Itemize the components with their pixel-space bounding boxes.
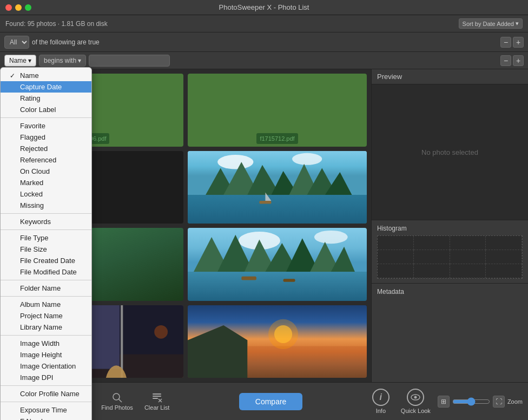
filter-row-plus-btn[interactable]: + [513,55,524,66]
dropdown-item-rating[interactable]: Rating [1,93,91,104]
dropdown-item-marked[interactable]: Marked [1,177,91,188]
dropdown-item-favorite[interactable]: Favorite [1,120,91,132]
close-button[interactable] [5,4,12,11]
dropdown-item-file-size[interactable]: File Size [1,244,91,255]
find-photos-icon [111,392,123,403]
dropdown-item-rejected[interactable]: Rejected [1,143,91,154]
zoom-expand-button[interactable]: ⊞ [438,396,450,408]
filter-name-button[interactable]: Name ▾ [4,55,36,67]
dropdown-item-image-height[interactable]: Image Height [1,349,91,360]
filter-dropdown-menu: ✓ Name Capture Date Rating Color Label F… [0,67,92,420]
dropdown-item-library-name[interactable]: Library Name [1,321,91,333]
separator-5 [1,296,91,297]
dropdown-item-color-profile-name[interactable]: Color Profile Name [1,388,91,399]
photo-card-6[interactable]: f0613320.jpgJul 31, 2018 1679×1118 303 K… [188,228,367,301]
dropdown-item-image-dpi[interactable]: Image DPI [1,372,91,383]
separator-3 [1,229,91,230]
dropdown-item-missing[interactable]: Missing [1,200,91,211]
histogram-cell-1 [378,236,414,250]
separator-6 [1,335,91,336]
histogram-cell-12 [486,264,522,278]
maximize-button[interactable] [25,4,31,11]
dropdown-item-project-name[interactable]: Project Name [1,310,91,321]
separator-7 [1,385,91,386]
svg-rect-24 [241,277,256,280]
topbar: Found: 95 photos · 1.81 GB on disk Sort … [0,15,528,32]
dropdown-item-f-number[interactable]: F Number [1,416,91,420]
dropdown-item-folder-name[interactable]: Folder Name [1,283,91,294]
clear-list-button[interactable]: Clear List [140,389,174,414]
titlebar: PhotoSweeper X - Photo List [0,0,528,15]
filter-minus-btn[interactable]: − [500,37,511,48]
svg-point-53 [414,396,417,399]
info-button[interactable]: i Info [368,386,394,417]
svg-rect-47 [153,393,161,395]
histogram-section: Histogram [372,220,528,283]
dropdown-item-on-cloud[interactable]: On Cloud [1,166,91,177]
svg-rect-36 [247,346,367,378]
eye-icon [407,389,424,406]
quick-look-button[interactable]: Quick Look [397,386,435,417]
preview-header: Preview [372,69,528,84]
photo-thumb-4 [188,151,367,224]
zoom-fullscreen-button[interactable]: ⛶ [493,396,505,408]
filter-row: Name ▾ ✓ Name Capture Date Rating Color … [0,52,528,69]
filter-condition-button[interactable]: begins with ▾ [39,55,86,67]
histogram-cell-2 [414,236,450,250]
histogram-cell-7 [450,250,486,264]
window-title: PhotoSweeper X - Photo List [219,3,309,11]
found-count: Found: 95 photos · 1.81 GB on disk [5,20,108,28]
photo-card-4[interactable] [188,151,367,224]
dropdown-item-color-label[interactable]: Color Label [1,104,91,115]
dropdown-item-file-type[interactable]: File Type [1,232,91,244]
dropdown-item-image-orientation[interactable]: Image Orientation [1,360,91,372]
dropdown-item-locked[interactable]: Locked [1,188,91,200]
dropdown-item-flagged[interactable]: Flagged [1,132,91,143]
dropdown-item-image-width[interactable]: Image Width [1,338,91,349]
dropdown-item-referenced[interactable]: Referenced [1,154,91,166]
dropdown-item-file-created-date[interactable]: File Created Date [1,255,91,266]
dropdown-item-album-name[interactable]: Album Name [1,299,91,310]
filter-value-input[interactable] [89,55,170,67]
zoom-slider[interactable] [452,397,490,406]
separator-2 [1,213,91,214]
filter-add-remove: − + [500,37,524,48]
histogram-cell-11 [450,264,486,278]
histogram-cell-10 [414,264,450,278]
histogram-grid [377,235,523,279]
filter-plus-btn[interactable]: + [513,37,524,48]
zoom-controls: ⊞ ⛶ Zoom [438,396,523,408]
minimize-button[interactable] [15,4,22,11]
dropdown-item-capture-date[interactable]: Capture Date [1,81,91,93]
compare-button[interactable]: Compare [239,393,303,410]
histogram-cell-5 [378,250,414,264]
svg-line-46 [118,399,122,403]
filter-row-minus-btn[interactable]: − [500,55,511,66]
svg-point-33 [154,325,168,338]
filter-all-select[interactable]: All [4,36,29,49]
svg-point-45 [113,393,120,400]
sort-controls: Sort by Date Added ▾ [459,18,523,29]
photo-thumb-6 [188,228,367,301]
clear-list-icon [151,392,163,403]
photo-card-2[interactable]: f1715712.pdf f1715712.pdfJul 31, 2018 91… [188,74,367,147]
svg-rect-49 [153,398,158,399]
histogram-cell-6 [414,250,450,264]
photo-card-8[interactable] [188,305,367,378]
separator-8 [1,402,91,402]
preview-no-photo-label: No photo selected [421,148,478,156]
histogram-cell-9 [378,264,414,278]
svg-rect-1 [188,195,367,224]
dropdown-item-exposure-time[interactable]: Exposure Time [1,404,91,416]
svg-rect-14 [188,272,367,300]
find-photos-button[interactable]: Find Photos [97,389,137,414]
histogram-cell-8 [486,250,522,264]
dropdown-item-file-modified-date[interactable]: File Modified Date [1,266,91,278]
filter-row-pm: − + [500,55,524,66]
svg-point-16 [314,231,348,244]
svg-point-2 [217,155,253,169]
dropdown-item-name[interactable]: ✓ Name [1,70,91,81]
dropdown-item-keywords[interactable]: Keywords [1,216,91,227]
svg-point-38 [268,319,298,349]
sort-button[interactable]: Sort by Date Added ▾ [459,18,523,29]
